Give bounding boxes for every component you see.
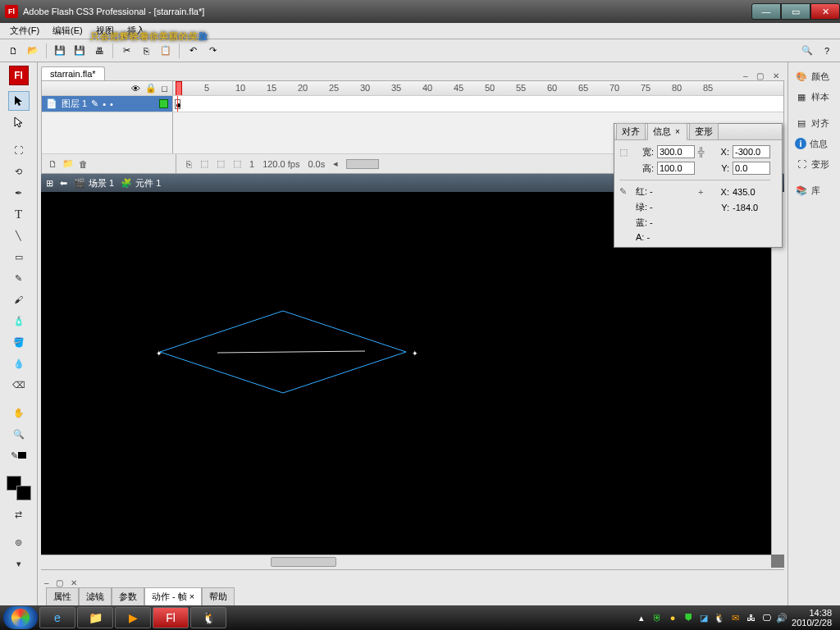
taskbar-clock[interactable]: 14:38 2010/2/28 (792, 608, 832, 628)
copy-icon[interactable]: ⎘ (138, 43, 154, 59)
pen-tool[interactable]: ✒ (8, 183, 30, 203)
free-transform-tool[interactable]: ⛶ (8, 140, 30, 160)
eyedropper-tool[interactable]: 💧 (8, 354, 30, 373)
panel-align[interactable]: ▤对齐 (790, 113, 838, 133)
eye-icon[interactable]: 👁 (131, 84, 140, 94)
tray-disp-icon[interactable]: 🖵 (760, 612, 772, 623)
layer-dot[interactable]: • (103, 99, 106, 109)
lasso-tool[interactable]: ⟲ (8, 162, 30, 181)
onion-skin-icon[interactable]: ⬚ (200, 158, 208, 169)
brush-tool[interactable]: 🖌 (8, 290, 30, 309)
new-layer-icon[interactable]: 🗋 (48, 159, 57, 169)
scroll-thumb[interactable] (271, 557, 336, 567)
cut-icon[interactable]: ✂ (118, 43, 135, 59)
timeline-layer-row[interactable]: 📄 图层 1 ✎ • • (42, 96, 783, 112)
close-tab-icon[interactable]: × (189, 591, 194, 601)
tray-shield-icon[interactable]: ⛨ (651, 612, 663, 623)
color-swatches[interactable] (7, 476, 31, 500)
option-tool[interactable]: ▾ (8, 554, 30, 573)
lock-icon[interactable]: 🔒 (145, 83, 157, 94)
doc-window-controls[interactable]: – ▢ ✕ (743, 71, 783, 80)
edit-multi-icon[interactable]: ⬚ (233, 158, 241, 169)
info-panel[interactable]: 对齐 信息 × 变形 ⬚ 宽: ╬ X: 高: Y: ✎ 红: - + X: 4… (614, 123, 783, 248)
center-frame-icon[interactable]: ⎘ (186, 159, 192, 169)
tab-filters[interactable]: 滤镜 (79, 587, 112, 605)
tray-ball-icon[interactable]: ● (667, 612, 678, 623)
panel-library[interactable]: 📚库 (790, 180, 838, 200)
tab-align[interactable]: 对齐 (616, 123, 646, 139)
subselection-tool[interactable] (8, 112, 30, 132)
print-icon[interactable]: 🖶 (91, 43, 107, 59)
delete-layer-icon[interactable]: 🗑 (79, 159, 88, 169)
width-input[interactable] (657, 145, 695, 158)
scroll-left-icon[interactable]: ◂ (333, 158, 338, 169)
selection-tool[interactable] (8, 91, 30, 111)
new-folder-icon[interactable]: 📁 (62, 158, 74, 169)
tab-info[interactable]: 信息 × (647, 123, 687, 140)
swap-colors-icon[interactable]: ⇄ (8, 504, 30, 524)
panel-info[interactable]: i信息 (790, 134, 838, 153)
tab-params[interactable]: 参数 (112, 587, 144, 605)
playhead-icon[interactable] (176, 81, 182, 96)
tray-vol-icon[interactable]: 🔊 (776, 612, 788, 623)
layer-dot[interactable]: • (110, 99, 113, 109)
tab-properties[interactable]: 属性 (46, 587, 79, 605)
timeline-scroll-thumb[interactable] (346, 159, 379, 169)
panel-window-controls[interactable]: – ▢ ✕ (41, 578, 83, 587)
taskbar-explorer[interactable]: 📁 (77, 607, 113, 628)
save-icon[interactable]: 💾 (52, 43, 68, 59)
zoom-tool[interactable]: 🔍 (8, 424, 30, 444)
stage[interactable]: ✦ ✦ (41, 192, 784, 568)
taskbar-ie[interactable]: e (39, 607, 75, 628)
document-tab[interactable]: starrain.fla* (41, 66, 105, 80)
redo-icon[interactable]: ↷ (204, 43, 221, 59)
anchor-left-icon[interactable]: ✦ (156, 349, 162, 356)
paste-icon[interactable]: 📋 (158, 43, 174, 59)
diamond-shape[interactable] (152, 307, 414, 405)
y-input[interactable] (733, 162, 770, 175)
tray-msg-icon[interactable]: ✉ (729, 612, 741, 623)
panel-color[interactable]: 🎨颜色 (790, 66, 838, 86)
tray-shield2-icon[interactable]: ⛊ (682, 612, 694, 623)
tray-up-icon[interactable]: ▴ (636, 612, 647, 623)
menu-insert[interactable]: 插入 (121, 23, 152, 39)
height-input[interactable] (657, 162, 695, 175)
hand-tool[interactable]: ✋ (8, 403, 30, 422)
timeline-toggle-icon[interactable]: ⊞ (46, 178, 53, 189)
taskbar-media[interactable]: ▶ (115, 607, 151, 628)
taskbar-qq[interactable]: 🐧 (190, 607, 226, 628)
scene-crumb[interactable]: 🎬 场景 1 (74, 177, 114, 189)
stroke-color[interactable]: ✎ (8, 445, 30, 465)
tab-actions[interactable]: 动作 - 帧 × (144, 587, 202, 605)
panel-transform[interactable]: ⛶变形 (790, 154, 838, 174)
close-button[interactable]: ✕ (810, 3, 840, 20)
onion-outline-icon[interactable]: ⬚ (217, 158, 225, 169)
horizontal-scrollbar[interactable] (41, 555, 771, 568)
snap-tool[interactable]: ⊚ (8, 532, 30, 552)
layer-name[interactable]: 图层 1 (62, 98, 87, 110)
x-input[interactable] (733, 145, 770, 158)
minimize-button[interactable]: — (751, 3, 781, 20)
rectangle-tool[interactable]: ▭ (8, 247, 30, 267)
anchor-right-icon[interactable]: ✦ (412, 349, 418, 356)
ink-bottle-tool[interactable]: 🧴 (8, 311, 30, 331)
tray-net-icon[interactable]: 🖧 (745, 612, 756, 623)
taskbar-flash[interactable]: Fl (153, 607, 189, 628)
frames-track[interactable] (173, 96, 783, 112)
paint-bucket-tool[interactable]: 🪣 (8, 332, 30, 352)
menu-edit[interactable]: 编辑(E) (46, 23, 89, 39)
open-file-icon[interactable]: 📂 (25, 43, 41, 59)
panel-swatches[interactable]: ▦样本 (790, 87, 838, 107)
registration-icon[interactable]: ╬ (698, 147, 711, 157)
layer-color-swatch[interactable] (159, 99, 168, 108)
maximize-button[interactable]: ▭ (781, 3, 810, 20)
line-tool[interactable]: ╲ (8, 226, 30, 245)
menu-view[interactable]: 视图 (89, 23, 121, 39)
start-button[interactable] (3, 606, 38, 629)
save-all-icon[interactable]: 💾 (71, 43, 88, 59)
timeline-ruler[interactable]: 👁 🔒 □ 1510152025303540455055606570758085 (42, 81, 783, 96)
undo-icon[interactable]: ↶ (185, 43, 201, 59)
eraser-tool[interactable]: ⌫ (8, 375, 30, 395)
new-file-icon[interactable]: 🗋 (5, 43, 21, 59)
help-icon[interactable]: ? (819, 43, 835, 59)
